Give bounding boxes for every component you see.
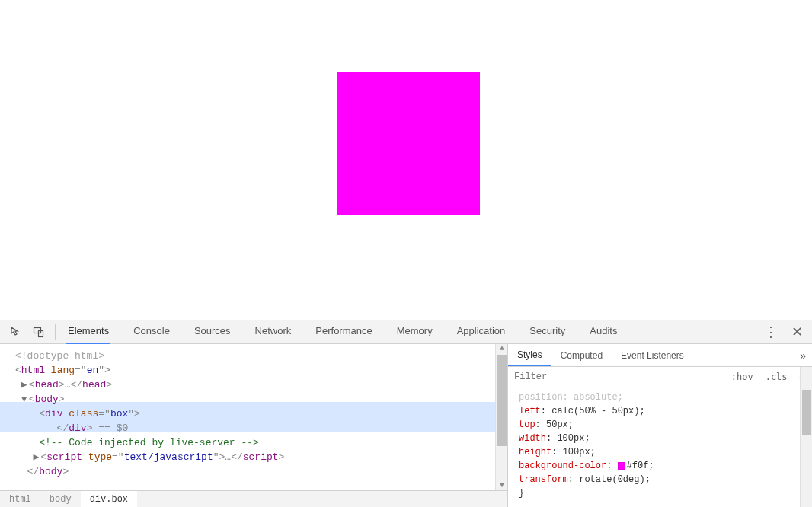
tab-elements[interactable]: Elements <box>66 319 110 344</box>
breadcrumb-body[interactable]: body <box>40 491 81 507</box>
side-tab-computed[interactable]: Computed <box>551 344 612 366</box>
scroll-down-icon[interactable]: ▼ <box>497 481 507 490</box>
styles-rules[interactable]: position: absolute; left: calc(50% - 50p… <box>508 387 812 507</box>
device-icon[interactable] <box>30 324 47 340</box>
doctype: <!doctype html> <box>15 350 104 362</box>
more-tabs-icon[interactable]: » <box>800 349 806 362</box>
dom-comment: <!-- Code injected by live-server --> <box>39 437 259 448</box>
styles-toolbar: :hov .cls + <box>508 367 812 387</box>
styles-filter-input[interactable] <box>508 367 725 387</box>
hov-toggle[interactable]: :hov <box>725 371 759 382</box>
color-swatch-icon[interactable] <box>618 462 625 470</box>
dom-tree[interactable]: ⋯ <!doctype html> <html lang="en"> ▶<hea… <box>0 344 507 490</box>
elements-panel: ⋯ <!doctype html> <html lang="en"> ▶<hea… <box>0 344 507 507</box>
inspect-icon[interactable] <box>8 324 24 340</box>
styles-scrollbar[interactable] <box>800 367 812 507</box>
close-icon[interactable]: ✕ <box>791 324 803 340</box>
panels: ⋯ <!doctype html> <html lang="en"> ▶<hea… <box>0 344 812 507</box>
tab-audits[interactable]: Audits <box>588 319 619 344</box>
devtools: Elements Console Sources Network Perform… <box>0 320 812 507</box>
tab-sources[interactable]: Sources <box>193 319 232 344</box>
breadcrumb-html[interactable]: html <box>0 491 40 507</box>
val: calc(50% - 50px) <box>551 406 639 416</box>
breadcrumb-divbox[interactable]: div.box <box>81 491 137 507</box>
selection-marker: == $0 <box>92 422 128 434</box>
tab-application[interactable]: Application <box>456 319 507 344</box>
side-tab-eventlisteners[interactable]: Event Listeners <box>612 344 693 366</box>
magenta-box <box>337 72 480 215</box>
page-viewport <box>0 0 812 320</box>
panel-tabs: Elements Console Sources Network Perform… <box>63 319 750 344</box>
side-tab-styles[interactable]: Styles <box>508 344 551 366</box>
separator <box>55 324 56 340</box>
devtools-tabbar: Elements Console Sources Network Perform… <box>0 320 812 344</box>
cls-toggle[interactable]: .cls <box>759 371 794 382</box>
styles-panel: Styles Computed Event Listeners » :hov .… <box>507 344 812 507</box>
breadcrumb: html body div.box <box>0 490 507 507</box>
separator <box>750 324 750 340</box>
more-icon[interactable]: ⋮ <box>764 325 778 339</box>
tab-memory[interactable]: Memory <box>395 319 434 344</box>
tab-network[interactable]: Network <box>254 319 293 344</box>
tab-security[interactable]: Security <box>528 319 567 344</box>
side-tabs: Styles Computed Event Listeners » <box>508 344 812 367</box>
tab-performance[interactable]: Performance <box>314 319 373 344</box>
tab-console[interactable]: Console <box>132 319 171 344</box>
